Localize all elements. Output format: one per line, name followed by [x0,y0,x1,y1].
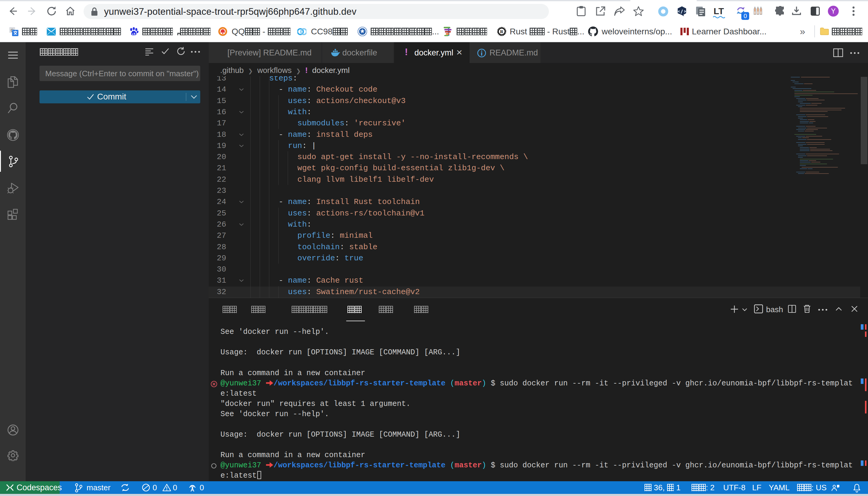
svg-text:R: R [500,29,503,34]
